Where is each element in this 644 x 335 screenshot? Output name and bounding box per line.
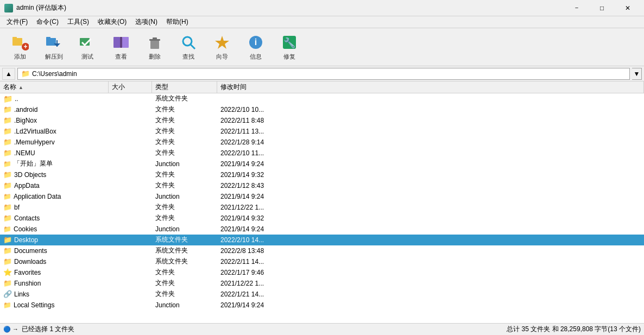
toolbar-btn-删除[interactable]: 删除 [139,30,171,64]
table-row[interactable]: 📁..系统文件夹 [0,93,644,104]
解压到-label: 解压到 [45,53,63,61]
sort-arrow: ▲ [18,85,23,90]
file-type-cell: Junction [152,301,217,309]
file-type-cell: Junction [152,160,217,168]
table-row[interactable]: 📁.android文件夹2022/2/10 10... [0,104,644,115]
file-size-cell [109,294,152,295]
测试-icon [79,34,96,51]
file-date-cell: 2021/12/22 1... [217,203,644,212]
col-header-type[interactable]: 类型 [152,81,217,93]
svg-rect-7 [56,40,58,47]
table-row[interactable]: 📁.NEMU文件夹2022/2/10 11... [0,148,644,159]
address-input[interactable]: 📁 C:\Users\admin [17,68,630,80]
toolbar-btn-信息[interactable]: i信息 [240,30,272,64]
file-type-cell: Junction [152,225,217,233]
toolbar-btn-向导[interactable]: 向导 [206,30,238,64]
table-row[interactable]: 📁CookiesJunction2021/9/14 9:24 [0,224,644,235]
table-row[interactable]: 📁.Ld2VirtualBox文件夹2022/1/11 13... [0,126,644,137]
向导-label: 向导 [216,53,228,61]
address-dropdown-button[interactable]: ▼ [632,68,642,80]
menu-item[interactable]: 收藏夹(O) [93,16,131,28]
table-row[interactable]: 📁.BigNox文件夹2022/2/11 8:48 [0,115,644,126]
menu-item[interactable]: 文件(F) [2,16,32,28]
table-row[interactable]: 📁Desktop系统文件夹2022/2/10 14... [0,235,644,245]
menu-item[interactable]: 选项(N) [131,16,162,28]
svg-rect-0 [12,38,22,46]
menu-item[interactable]: 帮助(H) [162,16,193,28]
table-row[interactable]: 📁Local SettingsJunction2021/9/14 9:24 [0,300,644,311]
修复-label: 修复 [283,53,295,61]
查看-label: 查看 [115,53,127,61]
svg-rect-10 [122,37,129,48]
table-row[interactable]: 📁「开始」菜单Junction2021/9/14 9:24 [0,159,644,169]
menu-item[interactable]: 命令(C) [32,16,63,28]
main-area: 名称 ▲ 大小 类型 修改时间 📁..系统文件夹📁.android文件夹2022… [0,81,644,323]
file-rows[interactable]: 📁..系统文件夹📁.android文件夹2022/2/10 10...📁.Big… [0,93,644,323]
toolbar-btn-查看[interactable]: 查看 [105,30,137,64]
file-date-cell: 2021/9/14 9:32 [217,170,644,179]
file-name-cell: 📁Documents [0,246,109,255]
file-name-cell: ⭐Favorites [0,268,109,277]
column-headers: 名称 ▲ 大小 类型 修改时间 [0,81,644,93]
status-left: 🔵 → 已经选择 1 文件夹 [3,325,74,334]
toolbar-btn-解压到[interactable]: 解压到 [38,30,70,64]
file-name-cell: 🔗Links [0,289,109,299]
file-type-cell: 文件夹 [152,148,217,158]
menu-bar: 文件(F)命令(C)工具(S)收藏夹(O)选项(N)帮助(H) [0,16,644,28]
file-size-cell [109,283,152,284]
file-name-cell: 📁3D Objects [0,170,109,179]
minimize-button[interactable]: － [564,0,589,16]
svg-rect-5 [46,37,50,39]
table-row[interactable]: 🔗Links文件夹2022/1/21 14... [0,289,644,300]
col-header-size[interactable]: 大小 [109,81,152,93]
file-type-cell: 文件夹 [152,202,217,212]
maximize-button[interactable]: □ [590,0,614,16]
向导-icon [213,34,231,51]
table-row[interactable]: 📁.MemuHyperv文件夹2022/1/28 9:14 [0,137,644,148]
测试-label: 测试 [81,53,93,61]
信息-icon: i [247,34,264,51]
table-row[interactable]: 📁AppData文件夹2022/1/12 8:43 [0,180,644,191]
file-size-cell [109,218,152,219]
file-type-cell: 系统文件夹 [152,93,217,104]
file-size-cell [109,250,152,251]
toolbar-btn-测试[interactable]: 测试 [72,30,103,64]
toolbar-btn-修复[interactable]: 🔧修复 [274,30,305,64]
table-row[interactable]: 📁Application DataJunction2021/9/14 9:24 [0,191,644,202]
menu-item[interactable]: 工具(S) [63,16,93,28]
table-row[interactable]: 📁3D Objects文件夹2021/9/14 9:32 [0,169,644,180]
file-size-cell [109,109,152,110]
file-type-cell: 系统文件夹 [152,235,217,245]
table-row[interactable]: ⭐Favorites文件夹2022/1/17 9:46 [0,267,644,278]
table-row[interactable]: 📁bf文件夹2021/12/22 1... [0,202,644,213]
file-date-cell: 2022/2/10 10... [217,105,644,114]
close-button[interactable]: ✕ [615,0,640,16]
file-date-cell: 2021/9/14 9:32 [217,214,644,223]
table-row[interactable]: 📁Downloads系统文件夹2022/2/11 14... [0,256,644,267]
file-name-cell: 📁Application Data [0,192,109,201]
toolbar-btn-查找[interactable]: 查找 [173,30,204,64]
file-type-cell: 文件夹 [152,115,217,125]
table-row[interactable]: 📁Documents系统文件夹2022/2/8 13:48 [0,245,644,256]
添加-icon: + [11,34,29,51]
table-row[interactable]: 📁Funshion文件夹2021/12/22 1... [0,278,644,289]
file-date-cell: 2022/2/11 14... [217,257,644,266]
file-size-cell [109,153,152,154]
file-date-cell: 2022/1/28 9:14 [217,138,644,147]
table-row[interactable]: 📁Contacts文件夹2021/9/14 9:32 [0,213,644,224]
svg-rect-11 [120,37,122,48]
toolbar-btn-添加[interactable]: +添加 [4,30,36,64]
file-size-cell [109,207,152,208]
file-type-cell: 文件夹 [152,278,217,288]
svg-rect-9 [113,37,120,48]
col-header-name[interactable]: 名称 ▲ [0,81,109,93]
file-size-cell [109,185,152,186]
查找-label: 查找 [182,53,194,61]
file-date-cell: 2021/12/22 1... [217,279,644,288]
nav-back-button[interactable]: ▲ [2,68,15,80]
file-type-cell: 文件夹 [152,289,217,299]
col-header-date[interactable]: 修改时间 [217,81,644,93]
status-total: 总计 35 文件夹 和 28,259,808 字节(13 个文件) [507,325,641,334]
svg-rect-1 [12,37,17,39]
删除-icon [146,34,163,51]
